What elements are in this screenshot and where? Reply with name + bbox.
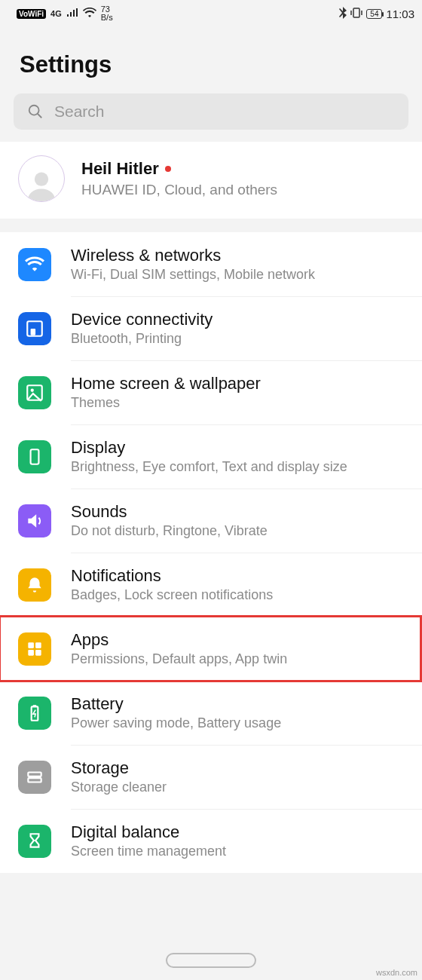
wifi-icon: [18, 248, 51, 281]
battery-icon: [18, 697, 51, 730]
item-title: Notifications: [71, 566, 273, 586]
wallpaper-icon: [18, 376, 51, 409]
svg-point-1: [29, 106, 39, 115]
item-sub: Wi-Fi, Dual SIM settings, Mobile network: [71, 267, 315, 283]
battery-indicator: 54: [366, 9, 382, 19]
item-sub: Badges, Lock screen notifications: [71, 587, 273, 603]
watermark: wsxdn.com: [376, 968, 417, 977]
item-title: Battery: [71, 694, 281, 714]
item-wireless-networks[interactable]: Wireless & networks Wi-Fi, Dual SIM sett…: [0, 232, 422, 296]
item-digital-balance[interactable]: Digital balance Screen time management: [0, 809, 422, 873]
wifi-icon: [83, 8, 96, 20]
account-row[interactable]: Heil Hitler HUAWEI ID, Cloud, and others: [0, 142, 422, 219]
status-bar: VoWiFi 4G 73 B/s 54 11:03: [0, 0, 422, 24]
search-container: Search: [0, 93, 422, 139]
svg-rect-8: [28, 642, 34, 648]
svg-rect-7: [31, 449, 39, 464]
notification-dot-icon: [165, 166, 171, 172]
item-sub: Do not disturb, Ringtone, Vibrate: [71, 523, 268, 539]
item-display[interactable]: Display Brightness, Eye comfort, Text an…: [0, 424, 422, 488]
data-speed: 73 B/s: [101, 5, 113, 22]
bluetooth-icon: [339, 7, 347, 21]
avatar: [18, 155, 65, 202]
svg-rect-4: [31, 329, 36, 335]
item-title: Display: [71, 438, 347, 458]
item-home-wallpaper[interactable]: Home screen & wallpaper Themes: [0, 360, 422, 424]
nav-pill[interactable]: [166, 953, 256, 968]
svg-rect-10: [28, 650, 34, 656]
item-sub: Screen time management: [71, 844, 226, 859]
search-placeholder: Search: [54, 103, 105, 121]
item-apps[interactable]: Apps Permissions, Default apps, App twin: [0, 617, 422, 681]
item-title: Device connectivity: [71, 310, 213, 329]
item-sub: Bluetooth, Printing: [71, 331, 213, 347]
item-battery[interactable]: Battery Power saving mode, Battery usage: [0, 681, 422, 745]
item-title: Digital balance: [71, 822, 226, 842]
search-input[interactable]: Search: [14, 93, 408, 130]
svg-point-2: [35, 173, 48, 186]
account-sub: HUAWEI ID, Cloud, and others: [81, 182, 277, 198]
item-sub: Permissions, Default apps, App twin: [71, 651, 287, 667]
clock: 11:03: [386, 8, 414, 20]
hourglass-icon: [18, 825, 51, 858]
storage-icon: [18, 761, 51, 794]
item-sounds[interactable]: Sounds Do not disturb, Ringtone, Vibrate: [0, 488, 422, 553]
vibrate-icon: [350, 8, 362, 20]
apps-icon: [18, 632, 51, 666]
item-notifications[interactable]: Notifications Badges, Lock screen notifi…: [0, 553, 422, 617]
item-title: Sounds: [71, 502, 268, 522]
item-title: Wireless & networks: [71, 246, 315, 265]
item-storage[interactable]: Storage Storage cleaner: [0, 745, 422, 809]
svg-rect-15: [28, 778, 41, 782]
account-text: Heil Hitler HUAWEI ID, Cloud, and others: [81, 159, 277, 198]
signal-icon: [66, 8, 78, 20]
item-sub: Storage cleaner: [71, 779, 167, 795]
settings-list: Wireless & networks Wi-Fi, Dual SIM sett…: [0, 232, 422, 873]
status-right: 54 11:03: [339, 7, 414, 21]
connectivity-icon: [18, 312, 51, 345]
status-left: VoWiFi 4G 73 B/s: [17, 5, 113, 22]
svg-rect-14: [28, 772, 41, 776]
item-sub: Themes: [71, 395, 261, 411]
svg-rect-9: [35, 642, 41, 648]
search-icon: [27, 103, 44, 120]
svg-rect-11: [35, 650, 41, 656]
page-header: Settings: [0, 24, 422, 93]
account-name: Heil Hitler: [81, 159, 277, 179]
network-indicator: 4G: [50, 9, 62, 18]
item-title: Home screen & wallpaper: [71, 374, 261, 394]
item-sub: Power saving mode, Battery usage: [71, 715, 281, 731]
svg-rect-13: [33, 705, 36, 706]
display-icon: [18, 440, 51, 473]
item-device-connectivity[interactable]: Device connectivity Bluetooth, Printing: [0, 296, 422, 360]
item-sub: Brightness, Eye comfort, Text and displa…: [71, 459, 347, 475]
item-title: Storage: [71, 758, 167, 778]
item-title: Apps: [71, 630, 287, 650]
page-title: Settings: [20, 51, 402, 78]
svg-point-6: [31, 388, 34, 391]
svg-rect-0: [353, 8, 359, 17]
bell-icon: [18, 568, 51, 602]
vowifi-badge: VoWiFi: [17, 9, 46, 19]
sound-icon: [18, 504, 51, 537]
